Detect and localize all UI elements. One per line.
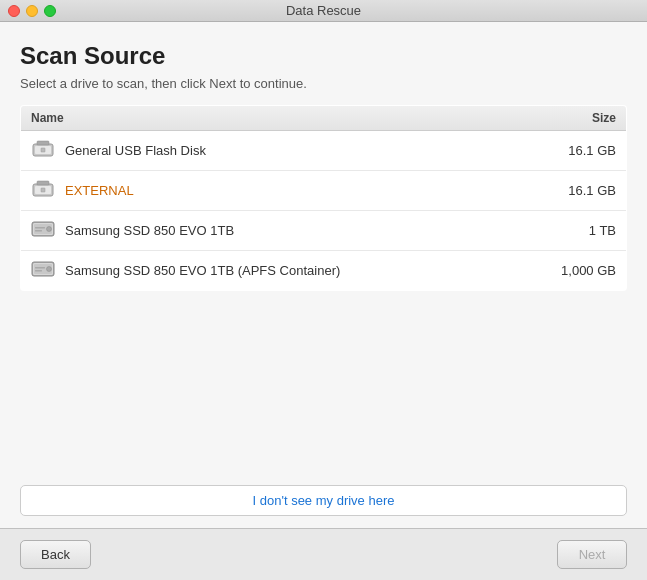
- drive-icon: [31, 258, 55, 283]
- minimize-button[interactable]: [26, 5, 38, 17]
- drive-size-cell: 1 TB: [551, 211, 626, 251]
- window-controls: [8, 5, 56, 17]
- close-button[interactable]: [8, 5, 20, 17]
- drive-name-text: General USB Flash Disk: [65, 143, 206, 158]
- drive-name-text: Samsung SSD 850 EVO 1TB (APFS Container): [65, 263, 340, 278]
- svg-point-17: [47, 267, 52, 272]
- svg-rect-13: [35, 230, 42, 232]
- drive-table: Name Size General USB Flash Disk 16.1 GB: [20, 105, 627, 291]
- table-row[interactable]: EXTERNAL 16.1 GB: [21, 171, 627, 211]
- svg-rect-6: [37, 181, 49, 185]
- no-drive-link[interactable]: I don't see my drive here: [20, 485, 627, 516]
- svg-point-11: [47, 227, 52, 232]
- drive-icon: [31, 218, 55, 243]
- svg-rect-12: [35, 227, 45, 229]
- drive-name-cell: Samsung SSD 850 EVO 1TB: [21, 211, 552, 251]
- main-content: Scan Source Select a drive to scan, then…: [0, 22, 647, 528]
- table-header-row: Name Size: [21, 106, 627, 131]
- col-size-header: Size: [551, 106, 626, 131]
- page-subtitle: Select a drive to scan, then click Next …: [20, 76, 627, 91]
- drive-name-cell: Samsung SSD 850 EVO 1TB (APFS Container): [21, 251, 552, 291]
- drive-name-cell: EXTERNAL: [21, 171, 552, 211]
- next-button[interactable]: Next: [557, 540, 627, 569]
- drive-size-cell: 16.1 GB: [551, 131, 626, 171]
- table-row[interactable]: Samsung SSD 850 EVO 1TB 1 TB: [21, 211, 627, 251]
- maximize-button[interactable]: [44, 5, 56, 17]
- svg-rect-2: [37, 141, 49, 145]
- svg-rect-19: [35, 270, 42, 272]
- svg-rect-18: [35, 267, 45, 269]
- col-name-header: Name: [21, 106, 552, 131]
- table-row[interactable]: General USB Flash Disk 16.1 GB: [21, 131, 627, 171]
- title-bar: Data Rescue: [0, 0, 647, 22]
- drive-name-text: EXTERNAL: [65, 183, 134, 198]
- drive-name-cell: General USB Flash Disk: [21, 131, 552, 171]
- drive-name-text: Samsung SSD 850 EVO 1TB: [65, 223, 234, 238]
- table-row[interactable]: Samsung SSD 850 EVO 1TB (APFS Container)…: [21, 251, 627, 291]
- drive-icon: [31, 138, 55, 163]
- window-title: Data Rescue: [286, 3, 361, 18]
- drive-size-cell: 1,000 GB: [551, 251, 626, 291]
- page-title: Scan Source: [20, 42, 627, 70]
- svg-rect-7: [41, 188, 45, 192]
- drive-icon: [31, 178, 55, 203]
- footer: Back Next: [0, 528, 647, 580]
- link-area: I don't see my drive here: [20, 291, 627, 528]
- drive-size-cell: 16.1 GB: [551, 171, 626, 211]
- svg-rect-3: [41, 148, 45, 152]
- back-button[interactable]: Back: [20, 540, 91, 569]
